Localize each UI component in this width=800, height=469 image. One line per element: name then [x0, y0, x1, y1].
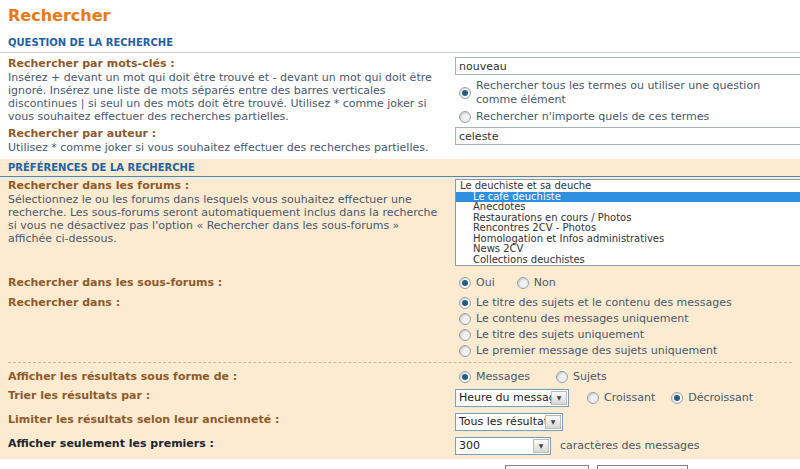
- return-first-row: Afficher seulement les premiers : 300 ca…: [0, 437, 800, 455]
- display-sujets-option[interactable]: Sujets: [552, 370, 607, 384]
- sort-row: Trier les résultats par : Heure du messa…: [0, 389, 800, 407]
- search-in-option[interactable]: Le titre des sujets et le contenu des me…: [455, 296, 800, 310]
- limit-row: Limiter les résultats selon leur ancienn…: [0, 413, 800, 431]
- radio-button-icon[interactable]: [459, 371, 471, 383]
- radio-button-icon[interactable]: [459, 297, 471, 309]
- subforums-row: Rechercher dans les sous-forums : Oui No…: [0, 276, 800, 290]
- subforums-yes-label: Oui: [476, 276, 495, 290]
- forums-listbox[interactable]: Le deuchiste et sa deuche Le café deuchi…: [455, 179, 800, 266]
- chevron-down-icon[interactable]: [545, 415, 561, 429]
- search-in-label: Rechercher dans :: [8, 296, 443, 310]
- section-divider: [8, 362, 792, 363]
- radio-button-icon[interactable]: [671, 392, 683, 404]
- forum-option[interactable]: Anecdotes: [456, 202, 800, 213]
- search-button[interactable]: Rechercher: [597, 465, 687, 469]
- author-row: Rechercher par auteur : Utilisez * comme…: [0, 127, 800, 154]
- forum-option[interactable]: News 2CV: [456, 244, 800, 255]
- sort-label: Trier les résultats par :: [8, 389, 443, 403]
- terms-all-option[interactable]: Rechercher tous les termes ou utiliser u…: [455, 79, 800, 107]
- search-in-row: Rechercher dans : Le titre des sujets et…: [0, 296, 800, 358]
- return-first-label: Afficher seulement les premiers :: [8, 437, 443, 451]
- return-first-suffix: caractères des messages: [560, 439, 700, 453]
- radio-button-icon[interactable]: [459, 111, 471, 123]
- reset-button[interactable]: Réinitialiser: [505, 465, 589, 469]
- search-in-option[interactable]: Le premier message des sujets uniquement: [455, 344, 800, 358]
- radio-button-icon[interactable]: [556, 371, 568, 383]
- terms-all-label: Rechercher tous les termes ou utiliser u…: [476, 79, 800, 107]
- search-in-option[interactable]: Le titre des sujets uniquement: [455, 328, 800, 342]
- display-messages-option[interactable]: Messages: [455, 370, 530, 384]
- preferences-panel: PRÉFÉRENCES DE LA RECHERCHE Rechercher d…: [0, 159, 800, 459]
- keywords-row: Rechercher par mots-clés : Insérez + dev…: [0, 57, 800, 124]
- display-as-label: Afficher les résultats sous forme de :: [8, 370, 443, 384]
- sort-asc-option[interactable]: Croissant: [583, 391, 655, 405]
- limit-label: Limiter les résultats selon leur ancienn…: [8, 413, 443, 427]
- forums-explain: Sélectionnez le ou les forums dans lesqu…: [8, 193, 443, 245]
- sort-dropdown-value: Heure du message: [456, 390, 550, 406]
- forum-option[interactable]: Rencontres 2CV - Photos: [456, 223, 800, 234]
- subforums-yes-option[interactable]: Oui: [455, 276, 495, 290]
- keywords-input[interactable]: [455, 57, 800, 75]
- radio-button-icon[interactable]: [459, 277, 471, 289]
- forum-option[interactable]: Le deuchiste et sa deuche: [456, 181, 800, 192]
- author-input[interactable]: [455, 127, 800, 145]
- limit-dropdown[interactable]: Tous les résultats: [455, 413, 563, 431]
- subforums-no-option[interactable]: Non: [513, 276, 556, 290]
- radio-button-icon[interactable]: [459, 313, 471, 325]
- sort-dropdown[interactable]: Heure du message: [455, 389, 569, 407]
- author-explain: Utilisez * comme joker si vous souhaitez…: [8, 141, 443, 154]
- return-first-dropdown-value: 300: [456, 438, 532, 454]
- limit-dropdown-value: Tous les résultats: [456, 414, 544, 430]
- forums-label: Rechercher dans les forums :: [8, 179, 443, 193]
- chevron-down-icon[interactable]: [533, 439, 549, 453]
- sort-desc-option[interactable]: Décroissant: [667, 391, 753, 405]
- radio-button-icon[interactable]: [459, 87, 471, 99]
- terms-any-label: Rechercher n'importe quels de ces termes: [476, 110, 709, 124]
- subforums-no-label: Non: [534, 276, 556, 290]
- radio-button-icon[interactable]: [517, 277, 529, 289]
- author-label: Rechercher par auteur :: [8, 127, 443, 141]
- section-header-preferences: PRÉFÉRENCES DE LA RECHERCHE: [0, 159, 800, 177]
- button-bar: Réinitialiser Rechercher: [505, 465, 800, 469]
- radio-button-icon[interactable]: [587, 392, 599, 404]
- forum-option[interactable]: Collections deuchistes: [456, 255, 800, 266]
- display-as-row: Afficher les résultats sous forme de : M…: [0, 370, 800, 384]
- forums-row: Rechercher dans les forums : Sélectionne…: [0, 177, 800, 266]
- radio-button-icon[interactable]: [459, 329, 471, 341]
- section-header-question: QUESTION DE LA RECHERCHE: [0, 37, 800, 53]
- keywords-label: Rechercher par mots-clés :: [8, 57, 443, 71]
- search-in-option[interactable]: Le contenu des messages uniquement: [455, 312, 800, 326]
- subforums-label: Rechercher dans les sous-forums :: [8, 276, 443, 290]
- page-title: Rechercher: [8, 6, 800, 25]
- radio-button-icon[interactable]: [459, 345, 471, 357]
- chevron-down-icon[interactable]: [551, 391, 567, 405]
- return-first-dropdown[interactable]: 300: [455, 437, 551, 455]
- terms-any-option[interactable]: Rechercher n'importe quels de ces termes: [455, 110, 800, 124]
- keywords-explain: Insérez + devant un mot qui doit être tr…: [8, 71, 443, 123]
